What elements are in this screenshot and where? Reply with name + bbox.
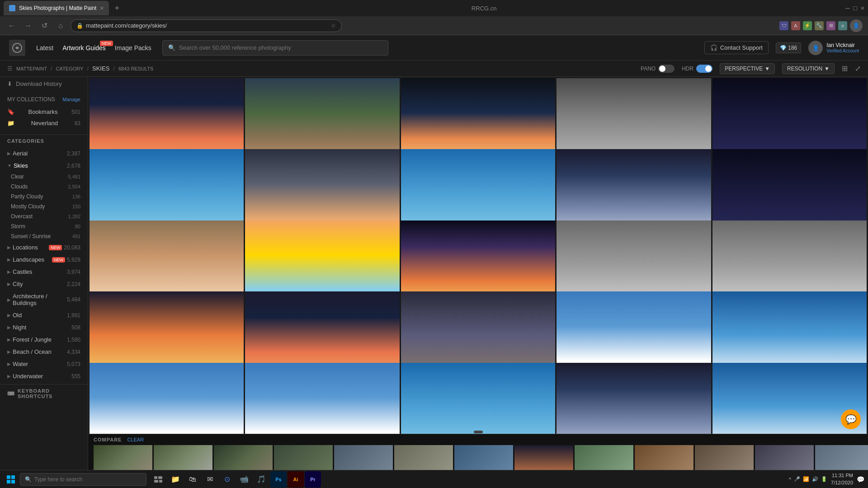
search-input[interactable]	[179, 44, 382, 51]
pano-toggle[interactable]	[658, 65, 675, 73]
locations-label: Locations	[13, 244, 49, 251]
hdr-toggle[interactable]	[696, 65, 712, 73]
file-explorer-btn[interactable]: 📁	[167, 471, 184, 488]
refresh-button[interactable]: ↺	[38, 19, 51, 32]
subcat-storm[interactable]: Storm 80	[4, 221, 88, 231]
category-city[interactable]: ▶ City 2,224	[0, 278, 88, 290]
breadcrumb-category[interactable]: CATEGORY	[56, 66, 84, 71]
chevron-right-city-icon: ▶	[7, 282, 11, 286]
overcast-count: 1,282	[68, 214, 80, 219]
manage-collections-btn[interactable]: Manage	[62, 97, 80, 102]
task-view-btn[interactable]	[150, 471, 166, 488]
category-beach[interactable]: ▶ Beach / Ocean 4,334	[0, 346, 88, 358]
browser-controls: ← → ↺ ⌂ 🔒 mattepaint.com/category/skies/…	[0, 16, 868, 35]
perspective-dropdown[interactable]: PERSPECTIVE ▼	[720, 63, 775, 74]
download-history-btn[interactable]: ⬇ Download History	[0, 77, 88, 91]
category-architecture[interactable]: ▶ Architecture / Buildings 5,484	[0, 290, 88, 309]
nav-latest[interactable]: Latest	[36, 44, 53, 52]
ext-shield-icon[interactable]: 🛡	[779, 21, 788, 30]
tab-close-btn[interactable]: ×	[100, 5, 104, 12]
minimize-btn[interactable]: ─	[845, 5, 849, 12]
resolution-dropdown[interactable]: RESOLUTION ▼	[782, 63, 835, 74]
category-forest[interactable]: ▶ Forest / Jungle 1,580	[0, 333, 88, 346]
wifi-icon[interactable]: 📶	[803, 476, 809, 482]
ext-icon-6[interactable]: ≡	[838, 21, 847, 30]
contact-support-btn[interactable]: 🎧 Contact Support	[704, 41, 769, 54]
category-locations[interactable]: ▶ Locations NEW 20,083	[0, 241, 88, 253]
grid-item[interactable]	[401, 363, 555, 434]
new-tab-button[interactable]: +	[111, 4, 123, 13]
ext-icon-4[interactable]: 🔧	[815, 21, 824, 30]
category-skies[interactable]: ▼ Skies 2,678	[0, 160, 88, 172]
grid-item[interactable]	[557, 363, 711, 434]
category-underwater[interactable]: ▶ Underwater 555	[0, 370, 88, 382]
user-info[interactable]: 👤 Ian Vicknair Verified Account	[808, 41, 859, 55]
ext-icon-5[interactable]: ⊞	[826, 21, 835, 30]
taskbar-search-icon: 🔍	[25, 476, 32, 483]
grid-item[interactable]	[245, 363, 399, 434]
active-tab[interactable]: Skies Photographs | Matte Paint ×	[4, 1, 109, 15]
window-controls: ─ □ ×	[845, 5, 864, 12]
illustrator-btn[interactable]: Ai	[288, 471, 304, 488]
back-button[interactable]: ←	[5, 19, 18, 32]
subcat-sunset[interactable]: Sunset / Sunrise 491	[4, 231, 88, 241]
address-bar[interactable]: 🔒 mattepaint.com/category/skies/ ☆	[71, 19, 342, 32]
sunset-label: Sunset / Sunrise	[11, 233, 72, 239]
category-night[interactable]: ▶ Night 508	[0, 321, 88, 333]
keyboard-shortcuts[interactable]: ⌨ KEYBOARD SHORTCUTS	[0, 384, 88, 403]
expand-btn[interactable]: ⤢	[855, 64, 861, 73]
taskbar-search-input[interactable]	[34, 476, 142, 483]
ext-icon-3[interactable]: ⚡	[803, 21, 812, 30]
system-clock[interactable]: 11:31 PM 7/12/2020	[831, 472, 853, 486]
headset-icon: 🎧	[710, 44, 717, 51]
water-label: Water	[13, 361, 67, 367]
star-icon[interactable]: ☆	[331, 23, 336, 29]
neverland-item[interactable]: 📁 Neverland 83	[7, 117, 80, 129]
subcat-clouds[interactable]: Clouds 2,504	[4, 182, 88, 192]
forward-button[interactable]: →	[22, 19, 34, 32]
chat-widget-btn[interactable]: 💬	[841, 409, 861, 429]
subcat-clear[interactable]: Clear 5,481	[4, 172, 88, 182]
close-btn[interactable]: ×	[861, 5, 864, 12]
folder-icon: 📁	[7, 120, 14, 127]
user-profile-icon[interactable]: 👤	[850, 19, 863, 32]
notification-btn[interactable]: 💬	[857, 476, 864, 483]
category-old[interactable]: ▶ Old 1,991	[0, 309, 88, 321]
category-castles[interactable]: ▶ Castles 3,974	[0, 266, 88, 278]
menu-toggle[interactable]: ☰	[7, 65, 13, 72]
photoshop-btn[interactable]: Ps	[270, 471, 287, 488]
grid-view-btn[interactable]: ⊞	[842, 64, 848, 73]
search-box[interactable]: 🔍	[162, 40, 388, 56]
nav-image-packs[interactable]: Image Packs	[115, 44, 151, 52]
zoom-btn[interactable]: 📹	[236, 471, 252, 488]
music-btn[interactable]: 🎵	[253, 471, 269, 488]
breadcrumb-site[interactable]: MATTEPAINT	[16, 66, 47, 71]
premiere-btn[interactable]: Pr	[305, 471, 321, 488]
svg-rect-4	[11, 480, 15, 483]
bookmarks-item[interactable]: 🔖 Bookmarks 501	[7, 106, 80, 117]
category-aerial[interactable]: ▶ Aerial 2,387	[0, 147, 88, 160]
category-water[interactable]: ▶ Water 5,073	[0, 358, 88, 370]
chevron-right-underwater-icon: ▶	[7, 374, 11, 379]
clear-compare-btn[interactable]: CLEAR	[127, 437, 144, 442]
start-button[interactable]	[4, 472, 18, 487]
maximize-btn[interactable]: □	[853, 5, 857, 12]
chrome-btn[interactable]: ⊙	[219, 471, 235, 488]
ext-acrobat-icon[interactable]: A	[791, 21, 800, 30]
app-logo[interactable]	[9, 40, 25, 56]
subcat-partly-cloudy[interactable]: Partly Cloudy 136	[4, 192, 88, 202]
category-landscapes[interactable]: ▶ Landscapes NEW 5,929	[0, 253, 88, 266]
mail-btn[interactable]: ✉	[202, 471, 218, 488]
grid-item[interactable]	[90, 363, 244, 434]
tray-arrow-icon[interactable]: ^	[789, 477, 791, 482]
home-button[interactable]: ⌂	[54, 19, 67, 32]
breadcrumb-current[interactable]: SKIES	[92, 65, 109, 72]
volume-icon[interactable]: 🔊	[812, 476, 818, 482]
subcat-mostly-cloudy[interactable]: Mostly Cloudy 150	[4, 202, 88, 211]
nav-artwork-guides[interactable]: Artwork Guides NEW	[62, 44, 106, 52]
main-layout: ⬇ Download History MY COLLECTIONS Manage…	[0, 77, 868, 488]
subcat-overcast[interactable]: Overcast 1,282	[4, 211, 88, 221]
store-btn[interactable]: 🛍	[184, 471, 201, 488]
taskbar-search[interactable]: 🔍	[20, 473, 146, 486]
browser-extensions: 🛡 A ⚡ 🔧 ⊞ ≡ 👤	[779, 19, 863, 32]
